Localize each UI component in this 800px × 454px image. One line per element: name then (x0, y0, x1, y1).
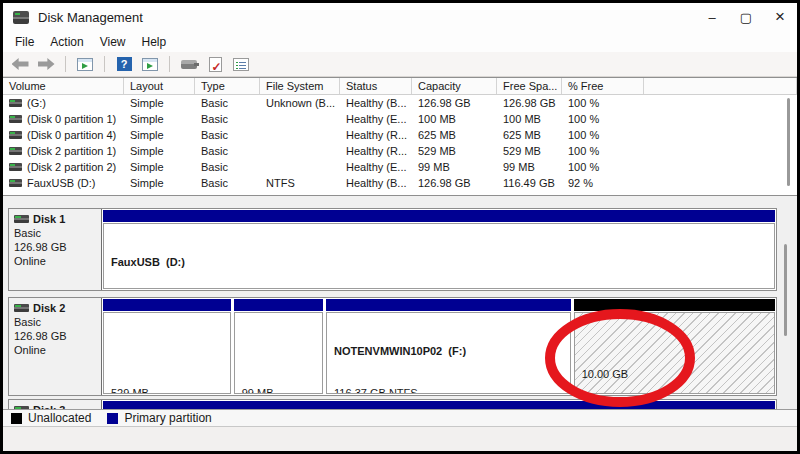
column-header-volume[interactable]: Volume (3, 78, 124, 94)
primary-partition-bar (103, 299, 231, 311)
cell-capacity: 625 MB (412, 129, 497, 141)
volume-icon (9, 115, 22, 123)
maximize-button[interactable]: ▢ (729, 3, 763, 31)
column-header-type[interactable]: Type (195, 78, 260, 94)
volume-icon (9, 179, 22, 187)
volume-row[interactable]: (Disk 0 partition 4) Simple Basic Health… (3, 127, 797, 143)
cell-free-space: 126.98 GB (497, 97, 562, 109)
menu-file[interactable]: File (7, 33, 42, 51)
action-pane-icon (142, 58, 158, 71)
graphical-view-pane: Disk 1 Basic 126.98 GB Online FauxUSB (D… (3, 206, 797, 409)
graphical-pane-scrollbar[interactable] (779, 244, 791, 344)
partition-notenvmwin10p02[interactable]: NOTENVMWIN10P02 (F:) 116.37 GB NTFS Heal… (326, 299, 571, 394)
volume-icon (9, 163, 22, 171)
partition-unallocated[interactable]: 10.00 GB Unallocated (574, 299, 775, 394)
show-action-pane-button[interactable] (139, 54, 161, 74)
scrollbar-thumb[interactable] (787, 98, 790, 186)
close-button[interactable]: × (763, 3, 797, 31)
volume-icon (9, 147, 22, 155)
scrollbar-thumb[interactable] (784, 244, 787, 336)
unallocated-swatch (11, 413, 22, 424)
partition-title (242, 344, 322, 358)
rescan-disks-button[interactable] (178, 54, 200, 74)
volume-icon (9, 131, 22, 139)
cell-status: Healthy (B... (340, 177, 412, 189)
volume-row[interactable]: (Disk 0 partition 1) Simple Basic Health… (3, 111, 797, 127)
cell-type: Basic (195, 97, 260, 109)
column-header-file-system[interactable]: File System (260, 78, 340, 94)
disk-management-app-icon (13, 11, 29, 24)
partition-disk3[interactable] (103, 401, 775, 408)
primary-partition-bar (234, 299, 323, 311)
cell-volume: FauxUSB (D:) (27, 177, 95, 189)
cell-type: Basic (195, 113, 260, 125)
volume-list-header: Volume Layout Type File System Status Ca… (3, 78, 797, 95)
back-arrow-icon (12, 58, 29, 70)
pane-splitter[interactable] (3, 196, 797, 206)
cell-free-space: 529 MB (497, 145, 562, 157)
cell-free-space: 625 MB (497, 129, 562, 141)
disk-name: Disk 1 (33, 212, 65, 226)
partition-title (111, 344, 230, 358)
window-controls: – ▢ × (695, 3, 797, 31)
cell-pct-free: 100 % (562, 129, 644, 141)
column-header-pct-free[interactable]: % Free (562, 78, 644, 94)
column-header-filler (644, 78, 797, 94)
column-header-status[interactable]: Status (340, 78, 412, 94)
cell-layout: Simple (124, 113, 195, 125)
cell-type: Basic (195, 145, 260, 157)
minimize-button[interactable]: – (695, 3, 729, 31)
partition-recovery[interactable]: 529 MB Healthy (Recovery Partit (103, 299, 231, 394)
help-icon (117, 57, 132, 71)
legend-bar: Unallocated Primary partition (3, 409, 797, 426)
disk-management-window: Disk Management – ▢ × File Action View H… (0, 0, 800, 454)
cell-type: Basic (195, 129, 260, 141)
disk-1-label[interactable]: Disk 1 Basic 126.98 GB Online (9, 209, 102, 290)
partition-fauxusb[interactable]: FauxUSB (D:) 126.98 GB NTFS Healthy (Bas… (103, 210, 775, 289)
partition-efi[interactable]: 99 MB Healthy (EFI Syst (234, 299, 323, 394)
disk-type: Basic (14, 315, 96, 329)
volume-list: Volume Layout Type File System Status Ca… (3, 77, 797, 196)
disk-size: 126.98 GB (14, 240, 96, 254)
volume-row[interactable]: (Disk 2 partition 1) Simple Basic Health… (3, 143, 797, 159)
primary-partition-swatch (107, 413, 118, 424)
volume-row[interactable]: FauxUSB (D:) Simple Basic NTFS Healthy (… (3, 175, 797, 191)
cell-layout: Simple (124, 129, 195, 141)
help-button[interactable] (113, 54, 135, 74)
show-console-tree-button[interactable] (74, 54, 96, 74)
disk-state: Online (14, 343, 96, 357)
column-header-free-space[interactable]: Free Spa... (497, 78, 562, 94)
cell-layout: Simple (124, 145, 195, 157)
disk-size: 126.98 GB (14, 329, 96, 343)
cell-status: Healthy (E... (340, 161, 412, 173)
cell-status: Healthy (R... (340, 145, 412, 157)
cell-volume: (Disk 2 partition 1) (27, 145, 116, 157)
cell-capacity: 99 MB (412, 161, 497, 173)
disk-3-label[interactable]: Disk 3 (9, 400, 102, 409)
toolbar (3, 52, 797, 77)
volume-list-scrollbar[interactable] (782, 96, 794, 190)
cell-pct-free: 100 % (562, 97, 644, 109)
cell-capacity: 100 MB (412, 113, 497, 125)
forward-button[interactable] (35, 54, 57, 74)
volume-row[interactable]: (G:) Simple Basic Unknown (B... Healthy … (3, 95, 797, 111)
scan-disk-icon (181, 60, 197, 69)
column-header-capacity[interactable]: Capacity (412, 78, 497, 94)
cell-capacity: 529 MB (412, 145, 497, 157)
disk-state: Online (14, 254, 96, 268)
menu-help[interactable]: Help (134, 33, 175, 51)
volume-row[interactable]: (Disk 2 partition 2) Simple Basic Health… (3, 159, 797, 175)
menu-view[interactable]: View (92, 33, 134, 51)
cell-status: Healthy (B... (340, 97, 412, 109)
disk-2-label[interactable]: Disk 2 Basic 126.98 GB Online (9, 298, 102, 395)
menu-action[interactable]: Action (42, 33, 91, 51)
check-volume-button[interactable] (204, 54, 226, 74)
check-document-icon (209, 57, 222, 72)
cell-type: Basic (195, 177, 260, 189)
title-bar: Disk Management – ▢ × (3, 3, 797, 31)
properties-button[interactable] (230, 54, 252, 74)
disk-row-1: Disk 1 Basic 126.98 GB Online FauxUSB (D… (8, 208, 777, 291)
back-button[interactable] (9, 54, 31, 74)
cell-free-space: 99 MB (497, 161, 562, 173)
column-header-layout[interactable]: Layout (124, 78, 195, 94)
